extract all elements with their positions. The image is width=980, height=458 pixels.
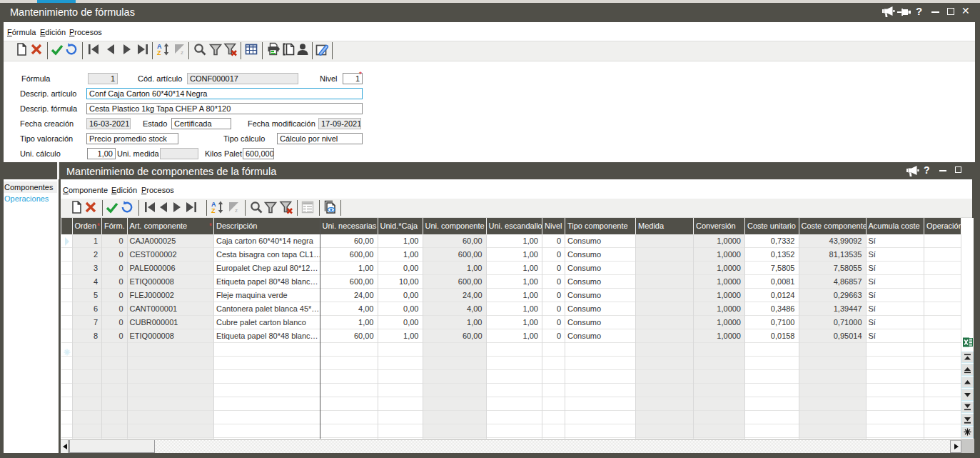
- svg-text:Z: Z: [157, 49, 161, 56]
- svg-text:z: z: [181, 49, 183, 56]
- svg-text:A: A: [157, 43, 162, 50]
- svg-text:z: z: [235, 207, 238, 214]
- svg-text:Z: Z: [211, 207, 216, 214]
- svg-text:A: A: [211, 201, 216, 208]
